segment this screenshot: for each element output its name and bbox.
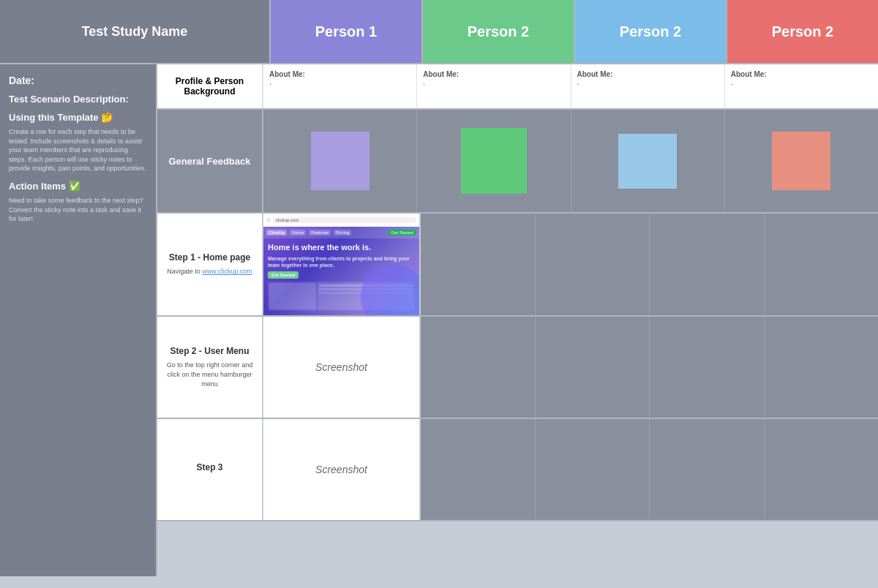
- clickup-url-bar: clickup.com: [273, 217, 416, 223]
- step-2-screenshot-cell: Screenshot: [263, 317, 421, 418]
- step-2-label-cell: Step 2 - User Menu Go to the top right c…: [157, 317, 263, 418]
- step-2-title: Step 2 - User Menu: [170, 346, 249, 356]
- sidebar-using-label: Using this Template 🤔: [9, 112, 147, 123]
- sidebar-date-label: Date:: [9, 75, 147, 86]
- study-name-header: Test Study Name: [0, 0, 271, 63]
- step-3-sticky-cell-1: [421, 419, 536, 520]
- content-grid: Profile & Person Background About Me: . …: [157, 64, 878, 576]
- sticky-note-purple[interactable]: [311, 132, 369, 190]
- header-row: Test Study Name Person 1 Person 2 Person…: [0, 0, 878, 64]
- sidebar-action-body: Need to take some feedback to the next s…: [9, 196, 147, 224]
- sidebar: Date: Test Scenario Description: Using t…: [0, 64, 157, 576]
- profile-section-row: Profile & Person Background About Me: . …: [157, 64, 878, 110]
- header-person-2c: Person 2: [727, 0, 878, 63]
- step-1-sticky-cell-1: [421, 214, 536, 315]
- step-1-row: Step 1 - Home page Navigate to www.click…: [157, 214, 878, 317]
- sidebar-scenario-label: Test Scenario Description:: [9, 94, 147, 105]
- header-person-2b: Person 2: [575, 0, 727, 63]
- sidebar-using-body: Create a row for each step that needs to…: [9, 127, 147, 173]
- step-3-row: Step 3 Screenshot: [157, 419, 878, 521]
- nav-item-pricing: Pricing: [334, 230, 351, 235]
- step-1-sticky-cells: [421, 214, 878, 315]
- step-2-screenshot-label: Screenshot: [315, 361, 367, 373]
- feedback-label-cell: General Feedback: [157, 110, 263, 212]
- step-3-sticky-cell-2: [536, 419, 650, 520]
- dot-1: [266, 218, 271, 222]
- step-3-sticky-cell-4: [765, 419, 879, 520]
- clickup-cta-btn[interactable]: Get Started: [268, 271, 299, 279]
- nav-item-home: Home: [290, 230, 306, 235]
- feedback-sticky-area-4: [725, 110, 878, 212]
- step-3-screenshot-label: Screenshot: [315, 464, 367, 475]
- step-2-sticky-cell-2: [536, 317, 650, 418]
- profile-person-cell-4: About Me: .: [725, 64, 878, 108]
- nav-item-logo: ClickUp: [266, 230, 287, 235]
- step-3-screenshot-cell: Screenshot: [263, 419, 421, 520]
- sticky-note-green[interactable]: [461, 128, 527, 194]
- step-1-title: Step 1 - Home page: [169, 252, 250, 263]
- profile-person-cell-1: About Me: .: [263, 64, 417, 108]
- step-2-row: Step 2 - User Menu Go to the top right c…: [157, 317, 878, 419]
- step-3-label-cell: Step 3: [157, 419, 263, 520]
- main-content: Date: Test Scenario Description: Using t…: [0, 64, 878, 576]
- nav-cta: Get Started: [388, 230, 416, 235]
- step-2-sticky-cell-4: [765, 317, 879, 418]
- clickup-mockup-image: clickup.com ClickUp Home Features Pricin…: [263, 214, 419, 315]
- step-2-sticky-cells: [421, 317, 878, 418]
- feedback-sticky-area-1: [263, 110, 417, 212]
- nav-item-features: Features: [309, 230, 331, 235]
- step-3-sticky-cells: [421, 419, 878, 520]
- header-person-1: Person 1: [271, 0, 423, 63]
- feedback-sticky-area-3: [571, 110, 725, 212]
- step-1-sticky-cell-2: [536, 214, 650, 315]
- sticky-note-blue[interactable]: [618, 134, 677, 189]
- step-1-instruction: Navigate to www.clickup.com: [167, 267, 252, 276]
- sidebar-action-label: Action Items ✅: [9, 181, 147, 192]
- step-1-label-cell: Step 1 - Home page Navigate to www.click…: [157, 214, 263, 315]
- clickup-topbar: clickup.com: [263, 214, 419, 227]
- clickup-link[interactable]: www.clickup.com: [202, 268, 252, 275]
- general-feedback-row: General Feedback: [157, 110, 878, 214]
- clickup-nav: ClickUp Home Features Pricing Get Starte…: [263, 227, 419, 238]
- step-3-sticky-cell-3: [650, 419, 765, 520]
- header-person-2a: Person 2: [423, 0, 575, 63]
- step-2-sticky-cell-1: [421, 317, 536, 418]
- profile-person-cell-2: About Me: .: [417, 64, 571, 108]
- step-2-instruction: Go to the top right corner and click on …: [165, 361, 255, 388]
- step-3-title: Step 3: [196, 462, 222, 472]
- step-2-sticky-cell-3: [650, 317, 765, 418]
- step-1-sticky-cell-3: [650, 214, 765, 315]
- step-1-screenshot-cell: clickup.com ClickUp Home Features Pricin…: [263, 214, 421, 315]
- profile-person-cell-3: About Me: .: [571, 64, 725, 108]
- profile-label-cell: Profile & Person Background: [157, 64, 263, 108]
- feedback-sticky-area-2: [417, 110, 571, 212]
- step-1-sticky-cell-4: [765, 214, 879, 315]
- sticky-note-salmon[interactable]: [772, 132, 830, 190]
